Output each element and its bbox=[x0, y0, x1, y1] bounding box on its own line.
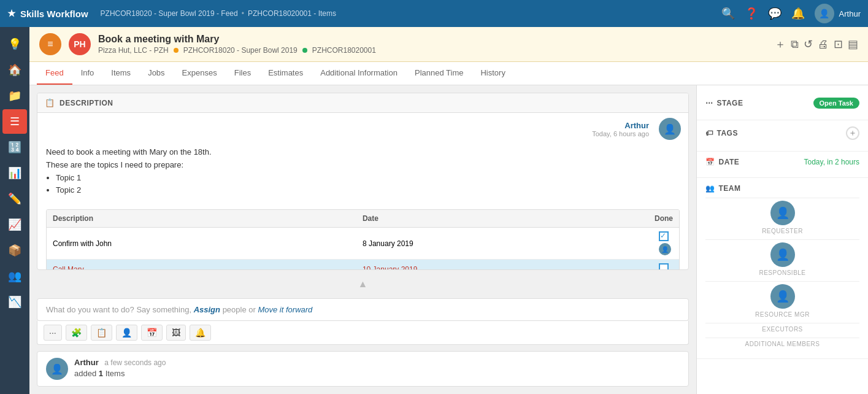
help-icon[interactable]: ❓ bbox=[745, 7, 758, 20]
search-icon[interactable]: 🔍 bbox=[721, 7, 735, 20]
sidebar-item-reports[interactable]: 📈 bbox=[2, 212, 27, 237]
tab-jobs[interactable]: Jobs bbox=[139, 62, 173, 85]
copy-button[interactable]: ⧉ bbox=[791, 38, 799, 51]
print-button[interactable]: 🖨 bbox=[818, 38, 829, 51]
image-button[interactable]: 🖼 bbox=[166, 325, 186, 341]
table-row: Confirm with John 8 January 2019 👤 bbox=[47, 228, 679, 260]
breadcrumb-item-1[interactable]: PZHCOR18020 - Super Bowl 2019 - Feed bbox=[101, 9, 238, 18]
tab-info[interactable]: Info bbox=[72, 62, 103, 85]
stage-header: ⋯ STAGE Open Task bbox=[705, 98, 859, 109]
bell-toolbar-button[interactable]: 🔔 bbox=[190, 325, 211, 341]
star-icon: ★ bbox=[7, 8, 15, 19]
desc-title: DESCRIPTION bbox=[60, 99, 113, 107]
table-row: Call Mary 10 January 2019 bbox=[47, 260, 679, 270]
description-card: 📋 DESCRIPTION Arthur Today, 6 hours ago … bbox=[37, 93, 689, 270]
dot1 bbox=[174, 48, 179, 53]
checklist-table: Description Date Done Confirm with John … bbox=[47, 210, 679, 270]
checkbox-1[interactable] bbox=[659, 231, 669, 241]
sidebar: 💡 🏠 📁 ☰ 🔢 📊 ✏️ 📈 📦 👥 📉 bbox=[0, 27, 29, 394]
col-done: Done bbox=[648, 210, 679, 228]
banner-breadcrumb: Pizza Hut, LLC - PZH PZHCOR18020 - Super… bbox=[98, 46, 376, 55]
clipboard-button[interactable]: 📋 bbox=[91, 325, 112, 341]
tags-section: 🏷 TAGS ＋ bbox=[697, 120, 868, 152]
tab-feed[interactable]: Feed bbox=[37, 62, 72, 85]
team-title: 👥 TEAM bbox=[705, 184, 859, 193]
team-label: TEAM bbox=[719, 184, 741, 193]
body-line2: These are the topics I need to prepare: bbox=[46, 159, 680, 172]
assign-link[interactable]: Assign bbox=[194, 305, 220, 314]
sidebar-item-box[interactable]: 📦 bbox=[2, 238, 27, 263]
banner-title: Book a meeting with Mary bbox=[98, 34, 376, 45]
tab-additional-information[interactable]: Additional Information bbox=[312, 62, 406, 85]
tab-items[interactable]: Items bbox=[102, 62, 139, 85]
tab-files[interactable]: Files bbox=[226, 62, 259, 85]
checkbox-2[interactable] bbox=[659, 263, 669, 270]
add-tag-button[interactable]: ＋ bbox=[846, 126, 859, 140]
divider2 bbox=[705, 239, 859, 240]
user-menu[interactable]: 👤 Arthur bbox=[815, 4, 861, 23]
expand-button[interactable]: ⊡ bbox=[834, 37, 843, 51]
tags-label: TAGS bbox=[717, 129, 738, 137]
row1-done[interactable]: 👤 bbox=[648, 228, 679, 260]
refresh-button[interactable]: ↺ bbox=[804, 37, 813, 51]
navbar: ★ Skills Workflow PZHCOR18020 - Super Bo… bbox=[0, 0, 868, 27]
more-options-button[interactable]: ··· bbox=[44, 325, 62, 341]
activity-message: added 1 Items bbox=[74, 369, 166, 378]
calendar-icon: 📅 bbox=[705, 158, 715, 166]
tab-bar: Feed Info Items Jobs Expenses Files Esti… bbox=[29, 62, 868, 85]
banner-info: Book a meeting with Mary Pizza Hut, LLC … bbox=[98, 34, 376, 55]
sidebar-item-charts[interactable]: 📉 bbox=[2, 290, 27, 314]
breadcrumb-item-2[interactable]: PZHCOR18020001 - Items bbox=[248, 9, 336, 18]
body-line1: Need to book a meeting with Mary on the … bbox=[46, 146, 680, 159]
col-date: Date bbox=[356, 210, 648, 228]
sidebar-item-tools[interactable]: ✏️ bbox=[2, 187, 27, 211]
main-wrapper: ≡ PH Book a meeting with Mary Pizza Hut,… bbox=[29, 27, 868, 394]
stage-label: STAGE bbox=[717, 99, 743, 107]
sidebar-item-files[interactable]: 📁 bbox=[2, 83, 27, 108]
tab-expenses[interactable]: Expenses bbox=[174, 62, 226, 85]
tab-planned-time[interactable]: Planned Time bbox=[406, 62, 472, 85]
sidebar-item-numbers[interactable]: 🔢 bbox=[2, 135, 27, 160]
sidebar-item-analytics[interactable]: 📊 bbox=[2, 161, 27, 185]
company-name: Pizza Hut, LLC - PZH bbox=[98, 46, 169, 55]
chat-icon[interactable]: 💬 bbox=[768, 7, 782, 20]
additional-members-label: ADDITIONAL MEMBERS bbox=[705, 341, 859, 347]
banner-actions: ＋ ⧉ ↺ 🖨 ⊡ ▤ bbox=[775, 37, 858, 52]
activity-item: Items bbox=[106, 369, 125, 378]
bell-icon[interactable]: 🔔 bbox=[791, 7, 805, 20]
add-button[interactable]: ＋ bbox=[775, 37, 786, 52]
topic-1: Topic 1 bbox=[56, 172, 680, 185]
compose-placeholder: What do you want to do? Say something, bbox=[46, 305, 191, 314]
sidebar-item-tasks[interactable]: ☰ bbox=[2, 109, 27, 134]
menu-icon: ≡ bbox=[39, 33, 61, 55]
move-forward-link[interactable]: Move it forward bbox=[258, 305, 312, 314]
resource-mgr-label: RESOURCE MGR bbox=[705, 311, 859, 318]
desc-time: Today, 6 hours ago bbox=[592, 130, 649, 137]
banner-left: ≡ PH Book a meeting with Mary Pizza Hut,… bbox=[39, 33, 376, 55]
layout-button[interactable]: ▤ bbox=[848, 37, 858, 51]
activity-action: added bbox=[74, 369, 96, 378]
compose-area[interactable]: What do you want to do? Say something, A… bbox=[37, 298, 689, 321]
brand-name: Skills Workflow bbox=[20, 9, 88, 19]
row2-done[interactable] bbox=[648, 260, 679, 270]
sidebar-item-home[interactable]: 🏠 bbox=[2, 58, 27, 82]
sidebar-item-ideas[interactable]: 💡 bbox=[2, 32, 27, 56]
requester-label: REQUESTER bbox=[705, 228, 859, 234]
date-title: 📅 DATE bbox=[705, 158, 739, 166]
breadcrumb: PZHCOR18020 - Super Bowl 2019 - Feed • P… bbox=[101, 9, 721, 18]
scroll-hint: ▲ bbox=[37, 276, 689, 292]
tab-estimates[interactable]: Estimates bbox=[259, 62, 312, 85]
sidebar-item-users[interactable]: 👥 bbox=[2, 264, 27, 288]
puzzle-button[interactable]: 🧩 bbox=[66, 325, 87, 341]
compose-toolbar: ··· 🧩 📋 👤 📅 🖼 🔔 bbox=[37, 321, 689, 345]
stage-badge[interactable]: Open Task bbox=[813, 98, 859, 109]
user-add-button[interactable]: 👤 bbox=[116, 325, 137, 341]
desc-author: Arthur bbox=[592, 121, 649, 130]
resource-mgr-avatar: 👤 bbox=[770, 284, 795, 309]
tab-history[interactable]: History bbox=[472, 62, 513, 85]
author-avatar: 👤 bbox=[659, 118, 681, 140]
tags-title: 🏷 TAGS bbox=[705, 129, 738, 137]
compose-middle: people or bbox=[223, 305, 258, 314]
checklist: Description Date Done Confirm with John … bbox=[46, 209, 680, 270]
calendar-button[interactable]: 📅 bbox=[141, 325, 163, 341]
